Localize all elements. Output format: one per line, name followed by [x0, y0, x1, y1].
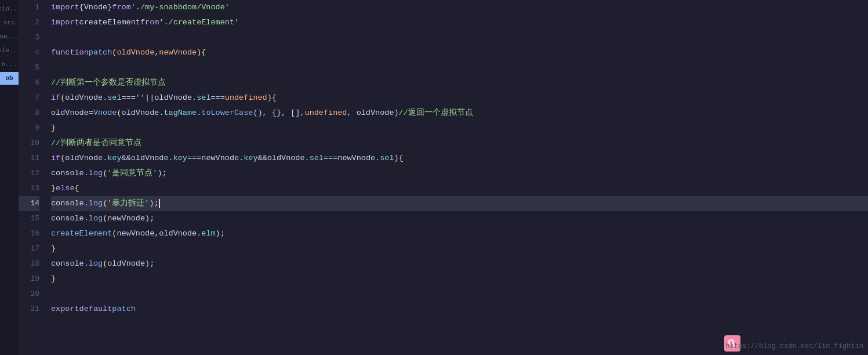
line-number-15: 15	[30, 211, 39, 226]
line-number-13: 13	[30, 181, 39, 196]
code-line-15: console.log(newVnode);	[51, 211, 868, 226]
sidebar-item-5[interactable]: ob	[0, 72, 19, 85]
code-line-19: }	[51, 271, 868, 287]
line-number-1: 1	[35, 0, 39, 15]
code-line-9: }	[51, 121, 868, 136]
line-number-20: 20	[30, 287, 39, 302]
line-number-6: 6	[35, 75, 39, 90]
code-line-13: } else {	[51, 181, 868, 196]
line-number-7: 7	[35, 90, 39, 106]
code-line-8: oldVnode = Vnode(oldVnode.tagName.toLowe…	[51, 106, 868, 121]
line-number-2: 2	[35, 15, 39, 30]
code-line-7: if(oldVnode.sel === '' || oldVnode.sel =…	[51, 90, 868, 106]
code-line-4: function patch(oldVnode, newVnode){	[51, 45, 868, 60]
line-number-19: 19	[30, 271, 39, 287]
code-line-3	[51, 30, 868, 45]
watermark: https://blog.csdn.net/lin_fightin	[725, 342, 863, 350]
line-number-11: 11	[30, 151, 39, 166]
code-line-12: console.log('是同意节点');	[51, 166, 868, 181]
code-container: 123456789101112131415161718192021 import…	[19, 0, 868, 355]
line-number-3: 3	[35, 30, 39, 45]
code-line-1: import {Vnode} from './my-snabbdom/Vnode…	[51, 0, 868, 15]
code-line-11: if(oldVnode.key && oldVnode.key === newV…	[51, 151, 868, 166]
line-number-8: 8	[35, 106, 39, 121]
line-number-21: 21	[30, 302, 39, 317]
line-number-4: 4	[35, 45, 39, 60]
line-number-14: 14	[19, 196, 39, 211]
sidebar-item-0[interactable]: clo...	[0, 2, 19, 15]
sidebar-item-3[interactable]: ele...	[0, 44, 19, 57]
code-line-2: import createElement from './createEleme…	[51, 15, 868, 30]
line-numbers: 123456789101112131415161718192021	[19, 0, 46, 355]
code-line-10: //判断两者是否同意节点	[51, 136, 868, 151]
code-editor: 123456789101112131415161718192021 import…	[19, 0, 868, 355]
code-line-18: console.log(oldVnode);	[51, 256, 868, 271]
code-line-16: createElement(newVnode, oldVnode.elm);	[51, 226, 868, 241]
code-line-14: console.log('暴力拆迁');	[51, 196, 868, 211]
sidebar: clo... src na... ele... n... ob	[0, 0, 19, 355]
line-number-12: 12	[30, 166, 39, 181]
line-number-9: 9	[35, 121, 39, 136]
line-number-16: 16	[30, 226, 39, 241]
line-number-10: 10	[30, 136, 39, 151]
sidebar-item-1[interactable]: src	[0, 16, 19, 29]
code-line-5	[51, 60, 868, 75]
code-line-17: }	[51, 241, 868, 256]
line-number-17: 17	[30, 241, 39, 256]
code-line-6: //判断第一个参数是否虚拟节点	[51, 75, 868, 90]
code-line-20	[51, 287, 868, 302]
line-number-5: 5	[35, 60, 39, 75]
code-line-21: export default patch	[51, 302, 868, 317]
line-number-18: 18	[30, 256, 39, 271]
sidebar-item-2[interactable]: na...	[0, 30, 19, 43]
code-lines[interactable]: import {Vnode} from './my-snabbdom/Vnode…	[46, 0, 868, 355]
sidebar-item-4[interactable]: n...	[0, 58, 19, 71]
